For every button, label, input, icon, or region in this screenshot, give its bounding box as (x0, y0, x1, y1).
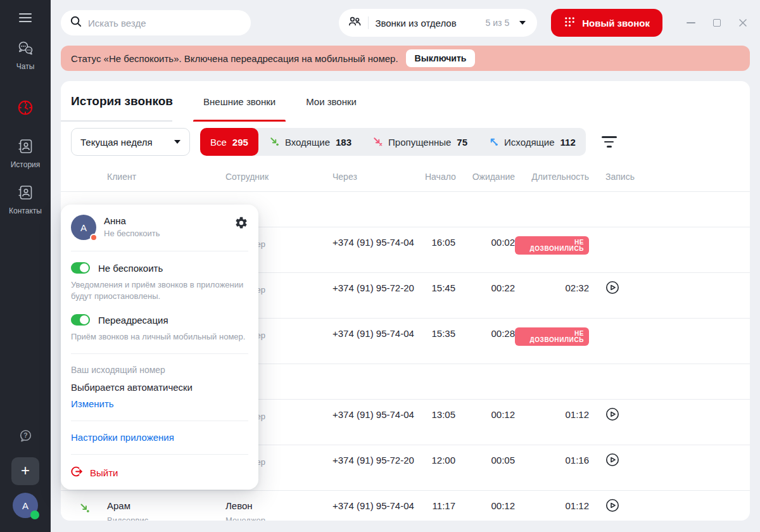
segment-all[interactable]: Все 295 (200, 128, 258, 156)
sidebar-item-call-history-active[interactable] (16, 99, 34, 119)
user-avatar-button[interactable]: А (13, 493, 38, 518)
column-employee: Сотрудник (225, 172, 332, 182)
missed-call-badge: НЕ ДОЗВОНИЛИСЬ (515, 327, 589, 346)
wait-time-cell: 00:02 (455, 227, 515, 249)
change-number-link[interactable]: Изменить (71, 398, 114, 409)
sidebar-item-label: Чаты (16, 62, 35, 71)
dnd-status-dot (90, 234, 98, 241)
maximize-button[interactable] (712, 18, 721, 27)
forwarding-toggle-description: Приём звонков на личный мобильный номер. (71, 331, 248, 343)
wait-time-cell: 00:12 (455, 400, 515, 421)
duration-cell: 02:32 (515, 273, 589, 294)
wait-time-cell: 00:12 (455, 491, 515, 512)
dialpad-icon (564, 16, 576, 30)
wait-time-cell: 00:28 (455, 319, 515, 340)
period-label: Текущая неделя (80, 137, 153, 148)
address-book-icon (17, 184, 34, 203)
address-book-icon (17, 138, 34, 157)
column-start: Начало (425, 172, 455, 182)
employee-cell: ЛевонМенеджер (225, 491, 332, 521)
record-cell (589, 273, 740, 297)
sidebar: Чаты История (0, 0, 51, 532)
clock-icon (16, 99, 34, 119)
divider (368, 16, 369, 29)
outgoing-number-value: Выбирается автоматически (71, 382, 248, 393)
via-number-cell: +374 (91) 95-74-04 (332, 491, 425, 512)
segment-missed[interactable]: Пропущенные 75 (362, 128, 478, 156)
profile-popup: А Анна Не беспокоить Не беспокоить Уведо… (61, 205, 258, 490)
start-time-cell: 15:35 (425, 319, 455, 340)
menu-icon[interactable] (19, 11, 32, 25)
table-header: Клиент Сотрудник Через Начало Ожидание Д… (61, 162, 750, 192)
filter-icon[interactable] (601, 136, 618, 148)
plus-icon: + (21, 463, 30, 478)
global-search[interactable] (61, 10, 251, 35)
minimize-button[interactable] (687, 18, 695, 27)
play-record-button[interactable] (605, 407, 619, 421)
outgoing-arrow-icon (488, 136, 498, 148)
duration-cell: 01:12 (515, 491, 589, 512)
profile-name: Анна (104, 215, 160, 226)
search-input[interactable] (88, 18, 242, 28)
tab-external-calls[interactable]: Внешние звонки (193, 81, 286, 122)
play-record-button[interactable] (605, 498, 619, 512)
start-time-cell: 13:05 (425, 400, 455, 421)
via-number-cell: +374 (91) 95-74-04 (332, 319, 425, 340)
call-type-segmented-control: Все 295 Входящие 183 (200, 128, 586, 156)
dnd-status-banner: Статус «Не беспокоить». Включена переадр… (61, 46, 750, 71)
online-status-dot (30, 510, 39, 519)
svg-text:?: ? (23, 431, 27, 439)
duration-cell: НЕ ДОЗВОНИЛИСЬ (515, 227, 589, 255)
app-settings-link[interactable]: Настройки приложения (71, 432, 174, 443)
logout-button[interactable]: Выйти (71, 466, 248, 479)
sidebar-item-history[interactable]: История (11, 138, 41, 169)
start-time-cell: 12:00 (425, 445, 455, 467)
forwarding-toggle[interactable] (71, 314, 90, 326)
search-icon (70, 15, 82, 30)
dnd-toggle[interactable] (71, 262, 90, 274)
duration-cell: НЕ ДОЗВОНИЛИСЬ (515, 319, 589, 346)
period-select[interactable]: Текущая неделя (71, 128, 190, 156)
profile-avatar: А (71, 215, 96, 240)
topbar: Звонки из отделов 5 из 5 Новый звонок (51, 0, 760, 46)
column-record: Запись (589, 172, 740, 182)
sidebar-item-chats[interactable]: Чаты (16, 40, 35, 71)
tab-my-calls[interactable]: Мои звонки (296, 81, 367, 122)
chevron-down-icon (519, 21, 526, 25)
duration-cell: 01:12 (515, 400, 589, 421)
incoming-call-icon (79, 491, 107, 516)
via-number-cell: +374 (91) 95-72-20 (332, 445, 425, 467)
missed-arrow-icon (372, 136, 383, 148)
help-icon[interactable]: ? (18, 429, 33, 446)
chats-icon (16, 40, 34, 59)
new-call-button[interactable]: Новый звонок (551, 9, 662, 37)
play-record-button[interactable] (605, 453, 619, 467)
banner-text: Статус «Не беспокоить». Включена переадр… (71, 53, 398, 64)
segment-incoming[interactable]: Входящие 183 (258, 128, 362, 156)
people-icon (348, 15, 362, 30)
record-cell (589, 491, 740, 515)
gear-icon[interactable] (234, 216, 248, 232)
window-controls (687, 18, 747, 27)
record-cell (589, 227, 740, 235)
new-call-label: Новый звонок (582, 18, 650, 28)
column-wait: Ожидание (455, 172, 515, 182)
play-record-button[interactable] (605, 281, 619, 294)
title-underline (61, 120, 172, 122)
add-button[interactable]: + (11, 457, 39, 485)
sidebar-item-contacts[interactable]: Контакты (9, 184, 42, 215)
close-button[interactable] (738, 18, 747, 27)
record-cell (589, 445, 740, 469)
department-filter-select[interactable]: Звонки из отделов 5 из 5 (339, 9, 537, 37)
via-number-cell: +374 (91) 95-74-04 (332, 400, 425, 421)
dnd-toggle-description: Уведомления и приём звонков в приложении… (71, 279, 248, 302)
sidebar-item-label: История (11, 160, 41, 169)
client-cell: АрамВидсервис (107, 491, 225, 521)
table-row[interactable]: АрамВидсервисЛевонМенеджер+374 (91) 95-7… (61, 491, 750, 521)
banner-disable-button[interactable]: Выключить (406, 49, 476, 67)
forwarding-toggle-label: Переадресация (98, 315, 168, 326)
column-duration: Длительность (515, 172, 589, 182)
duration-cell: 01:16 (515, 445, 589, 467)
missed-call-badge: НЕ ДОЗВОНИЛИСЬ (515, 236, 589, 255)
segment-outgoing[interactable]: Исходящие 112 (478, 128, 586, 156)
